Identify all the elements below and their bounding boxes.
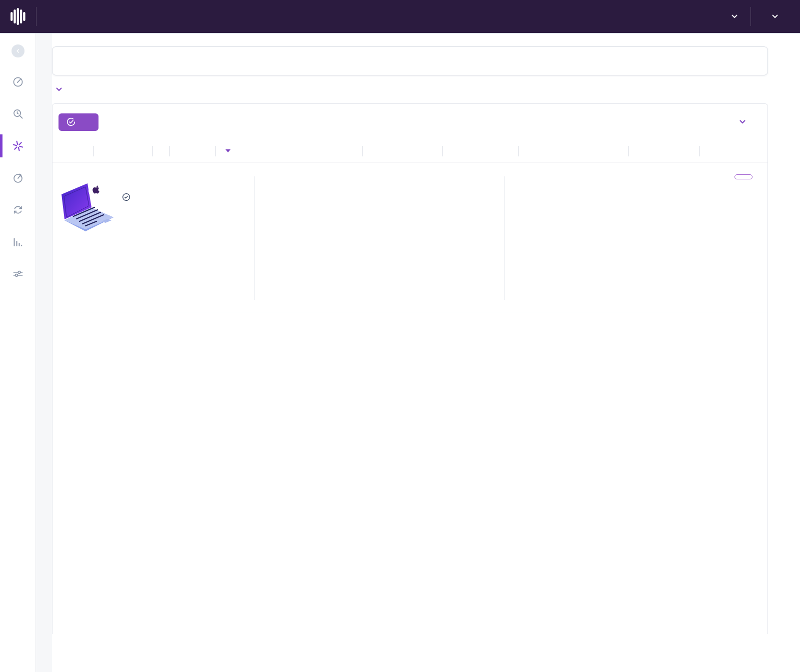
sidebar-item-search[interactable] bbox=[0, 102, 36, 125]
filter-input[interactable] bbox=[64, 57, 756, 65]
column-header-tcp-ports bbox=[628, 140, 700, 162]
sidebar-item-ranger[interactable] bbox=[0, 134, 36, 157]
column-header-os bbox=[152, 140, 170, 162]
sidebar-collapse-button[interactable] bbox=[12, 44, 24, 57]
chevron-down-icon bbox=[772, 14, 778, 18]
chevron-down-icon bbox=[732, 14, 738, 18]
column-header-managed-state bbox=[362, 140, 442, 162]
column-header-udp-ports bbox=[700, 140, 768, 162]
topbar-divider bbox=[36, 7, 36, 26]
pie-scan-icon bbox=[12, 172, 24, 184]
table-header-row bbox=[52, 140, 768, 162]
search-icon bbox=[12, 108, 24, 120]
left-sidebar bbox=[0, 33, 36, 672]
chevron-down-icon bbox=[56, 87, 62, 91]
sidebar-item-reports[interactable] bbox=[0, 230, 36, 253]
user-menu[interactable] bbox=[751, 14, 800, 18]
column-header-host-names[interactable] bbox=[216, 140, 362, 162]
load-filter-dropdown[interactable] bbox=[52, 87, 62, 91]
sidebar-item-activity[interactable] bbox=[0, 166, 36, 189]
column-header-manufacturer bbox=[442, 140, 518, 162]
sort-descending-icon bbox=[226, 149, 230, 152]
scan-network-button[interactable] bbox=[58, 113, 98, 131]
laptop-illustration bbox=[58, 179, 114, 234]
device-detail-panel bbox=[52, 162, 768, 312]
column-header-os-version bbox=[170, 140, 216, 162]
column-header-discovered-by bbox=[518, 140, 628, 162]
chevron-down-icon bbox=[740, 120, 746, 124]
help-menu[interactable] bbox=[727, 14, 750, 18]
scan-network-icon bbox=[66, 116, 76, 127]
column-header-ip bbox=[94, 140, 152, 162]
sidebar-item-dashboard[interactable] bbox=[0, 70, 36, 93]
bar-chart-icon bbox=[12, 236, 24, 248]
gauge-icon bbox=[12, 76, 24, 88]
column-header-role bbox=[52, 140, 94, 162]
content-gutter bbox=[36, 33, 52, 672]
device-meta bbox=[122, 212, 136, 235]
empty-space bbox=[52, 312, 768, 407]
sidebar-item-settings[interactable] bbox=[0, 262, 36, 285]
chevron-left-icon bbox=[15, 48, 21, 54]
brand-logo-icon bbox=[10, 8, 26, 25]
results-per-page-dropdown[interactable] bbox=[736, 120, 746, 124]
results-card bbox=[52, 103, 768, 634]
sync-arrows-icon bbox=[12, 204, 24, 216]
main-content bbox=[52, 33, 800, 672]
sliders-icon bbox=[12, 268, 24, 280]
app-logo[interactable] bbox=[0, 8, 36, 25]
asterisk-icon bbox=[12, 140, 24, 152]
show-raw-data-button[interactable] bbox=[734, 174, 752, 179]
filter-bar bbox=[52, 46, 768, 75]
sidebar-item-sync[interactable] bbox=[0, 198, 36, 221]
top-navigation-bar bbox=[0, 0, 800, 33]
protected-status-icon bbox=[122, 192, 131, 202]
